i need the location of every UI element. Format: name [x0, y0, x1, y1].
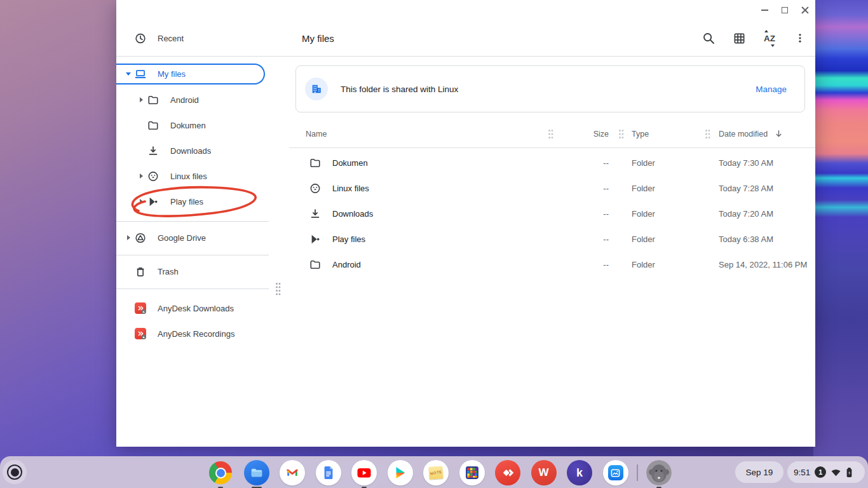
expand-caret-icon[interactable] — [137, 97, 146, 102]
file-date: Today 7:20 AM — [714, 209, 815, 219]
sidebar-item-label: Android — [170, 95, 199, 105]
sidebar-item-google-drive[interactable]: Google Drive — [116, 225, 289, 250]
sidebar-item-android[interactable]: Android — [116, 87, 289, 112]
sidebar-item-anydesk-recordings[interactable]: AnyDesk Recordings — [116, 321, 289, 346]
close-button[interactable] — [795, 0, 815, 20]
file-date: Today 6:38 AM — [714, 234, 815, 244]
column-header-name[interactable]: Name — [289, 130, 545, 139]
sort-button[interactable]: AZ — [757, 25, 782, 51]
sidebar-item-label: Dokumen — [170, 121, 206, 130]
notification-count-badge: 1 — [815, 466, 826, 478]
date-label: Sep 19 — [746, 468, 773, 477]
folder-icon — [309, 156, 321, 169]
column-header-date[interactable]: Date modified — [714, 129, 815, 139]
shelf-app-youtube[interactable] — [351, 460, 377, 485]
sidebar-item-trash[interactable]: Trash — [116, 259, 289, 284]
sidebar: My files Android Dokumen — [116, 57, 289, 447]
trash-icon — [135, 265, 146, 278]
sidebar-item-recent[interactable]: Recent — [116, 25, 289, 51]
table-row[interactable]: Downloads -- Folder Today 7:20 AM — [289, 201, 815, 226]
sidebar-item-label: Trash — [158, 267, 179, 276]
shelf-app-mosaic-game[interactable] — [459, 460, 485, 485]
window-titlebar — [116, 0, 815, 20]
sidebar-item-label: AnyDesk Recordings — [158, 329, 234, 339]
minimize-button[interactable] — [754, 0, 775, 20]
sidebar-item-my-files-selected[interactable]: My files — [116, 64, 265, 85]
file-name: Linux files — [332, 184, 369, 193]
youtube-icon — [356, 465, 372, 480]
grid-view-button[interactable] — [726, 25, 752, 51]
maximize-icon — [782, 7, 788, 13]
shelf-app-chrome[interactable] — [208, 460, 233, 485]
sidebar-item-anydesk-downloads[interactable]: AnyDesk Downloads — [116, 295, 289, 321]
file-name: Android — [332, 260, 361, 269]
window-controls — [754, 0, 815, 20]
chrome-icon — [209, 461, 232, 484]
sidebar-item-label: Google Drive — [158, 233, 206, 243]
file-date: Sep 14, 2022, 11:06 PM — [714, 260, 815, 269]
anydesk-icon — [495, 460, 520, 485]
sidebar-item-linux-files[interactable]: Linux files — [116, 163, 289, 189]
shelf: NOTE W k Sep 19 9:51 1 — [0, 456, 868, 488]
gmail-icon — [285, 466, 299, 480]
shelf-app-wps-office[interactable]: W — [531, 460, 557, 485]
sidebar-item-play-files[interactable]: Play files — [116, 189, 289, 214]
sidebar-resize-handle[interactable] — [276, 283, 281, 295]
file-size: -- — [557, 209, 611, 219]
files-icon — [244, 460, 269, 485]
download-icon — [309, 207, 321, 220]
sidebar-item-downloads[interactable]: Downloads — [116, 138, 289, 163]
table-row[interactable]: Play files -- Folder Today 6:38 AM — [289, 226, 815, 252]
table-row[interactable]: Dokumen -- Folder Today 7:30 AM — [289, 150, 815, 175]
shelf-app-gmail[interactable] — [280, 460, 305, 485]
shelf-app-files[interactable] — [244, 460, 269, 485]
manage-link[interactable]: Manage — [756, 85, 787, 94]
shelf-app-anydesk[interactable] — [495, 460, 520, 485]
k-app-icon: k — [567, 460, 592, 485]
launcher-button[interactable] — [3, 460, 27, 484]
shelf-app-gallery[interactable] — [603, 460, 628, 485]
file-date: Today 7:28 AM — [714, 184, 815, 193]
shelf-app-google-docs[interactable] — [316, 460, 341, 485]
shelf-date-pill[interactable]: Sep 19 — [735, 461, 783, 483]
file-size: -- — [557, 260, 611, 269]
shelf-apps: NOTE W k — [208, 460, 672, 485]
column-drag-handle[interactable] — [548, 130, 553, 139]
expand-caret-icon[interactable] — [124, 235, 133, 240]
expand-caret-icon[interactable] — [137, 199, 146, 204]
column-drag-handle[interactable] — [619, 130, 624, 139]
toolbar: AZ — [696, 25, 815, 51]
penguin-icon — [147, 170, 159, 182]
sidebar-item-label: Downloads — [170, 146, 211, 156]
play-store-icon — [393, 466, 407, 480]
sidebar-item-label: My files — [158, 69, 186, 79]
table-row[interactable]: Linux files -- Folder Today 7:28 AM — [289, 175, 815, 201]
shelf-app-k[interactable]: k — [567, 460, 592, 485]
file-date: Today 7:30 AM — [714, 158, 815, 168]
file-type: Folder — [632, 184, 702, 193]
shelf-app-monkey-avatar[interactable] — [646, 460, 672, 485]
folder-icon — [309, 258, 321, 271]
more-menu-button[interactable] — [787, 25, 813, 51]
maximize-button[interactable] — [775, 0, 795, 20]
file-type: Folder — [632, 234, 702, 244]
sidebar-item-dokumen[interactable]: Dokumen — [116, 112, 289, 138]
search-button[interactable] — [696, 25, 721, 51]
table-row[interactable]: Android -- Folder Sep 14, 2022, 11:06 PM — [289, 252, 815, 277]
column-drag-handle[interactable] — [705, 130, 710, 139]
play-icon — [309, 233, 321, 245]
sort-alpha-icon: AZ — [764, 34, 775, 43]
file-size: -- — [557, 184, 611, 193]
shelf-app-play-store[interactable] — [388, 460, 413, 485]
collapse-caret-icon[interactable] — [124, 72, 133, 76]
clock-icon — [135, 32, 146, 44]
column-header-size[interactable]: Size — [557, 130, 611, 139]
column-header-type[interactable]: Type — [632, 130, 702, 139]
folder-icon — [147, 93, 159, 106]
file-type: Folder — [632, 209, 702, 219]
search-icon — [702, 32, 715, 44]
file-name: Downloads — [332, 209, 373, 219]
shelf-app-sticky-notes[interactable]: NOTE — [423, 460, 449, 485]
status-tray[interactable]: 9:51 1 — [787, 461, 865, 483]
expand-caret-icon[interactable] — [137, 173, 146, 179]
